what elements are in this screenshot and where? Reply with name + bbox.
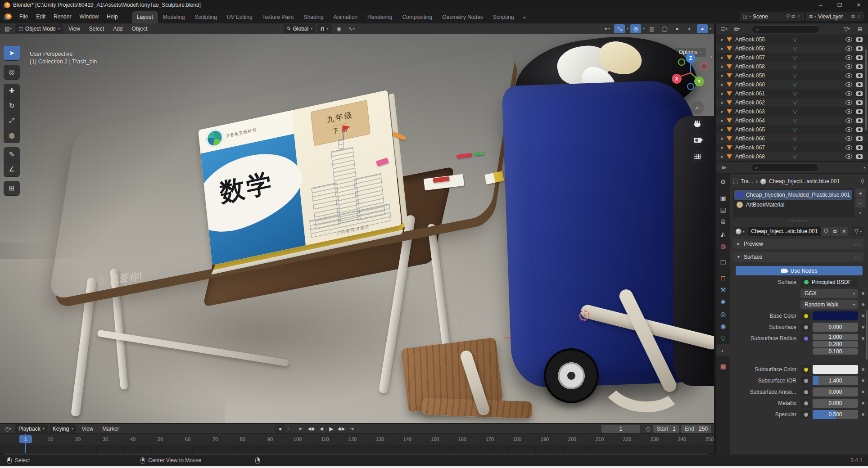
mesh-object-icon[interactable] bbox=[727, 37, 732, 42]
disable-render-icon[interactable] bbox=[856, 145, 863, 150]
snap-dropdown[interactable]: U ▾ bbox=[317, 24, 332, 33]
viewport-canvas[interactable]: ♡ 我爱你! 九年级 下册 bbox=[0, 34, 714, 423]
hide-eye-icon[interactable] bbox=[845, 127, 852, 132]
outliner-item-label[interactable]: ArtBook.068 bbox=[735, 153, 793, 160]
gizmo-neg-x[interactable] bbox=[701, 63, 708, 70]
xray-toggle[interactable]: ▥ bbox=[646, 24, 657, 33]
pan-hand-icon[interactable] bbox=[691, 117, 704, 130]
playback-menu[interactable]: Playback▾ bbox=[15, 424, 48, 433]
timeline-track-area[interactable] bbox=[0, 446, 714, 453]
disable-render-icon[interactable] bbox=[856, 100, 863, 105]
mesh-data-icon[interactable]: ▽ bbox=[793, 135, 802, 142]
properties-options-icon[interactable]: ▾ bbox=[863, 166, 865, 170]
outliner-row[interactable]: ► ArtBook.067 ▽ bbox=[716, 143, 868, 152]
hide-eye-icon[interactable] bbox=[845, 37, 852, 42]
outliner-filter-button[interactable]: ▽ ▾ bbox=[841, 25, 852, 34]
outliner-item-label[interactable]: ArtBook.067 bbox=[735, 144, 793, 151]
subsurface-color-swatch[interactable] bbox=[813, 365, 858, 374]
outliner-row[interactable]: ► ArtBook.058 ▽ bbox=[716, 62, 868, 71]
tab-sculpting[interactable]: Sculpting bbox=[190, 11, 222, 23]
mesh-object-icon[interactable] bbox=[727, 100, 732, 105]
disable-render-icon[interactable] bbox=[856, 73, 863, 78]
mode-dropdown[interactable]: ◻ Object Mode ▾ bbox=[15, 24, 63, 33]
new-scene-icon[interactable]: ⧉ bbox=[791, 14, 795, 19]
tool-rotate[interactable]: ↻ bbox=[4, 99, 20, 113]
hide-eye-icon[interactable] bbox=[845, 118, 852, 123]
properties-search-input[interactable]: ⌕ bbox=[751, 163, 818, 171]
mesh-object-icon[interactable] bbox=[727, 46, 732, 51]
sidebar-collapse-icon[interactable]: ‹ bbox=[710, 53, 712, 60]
menu-window[interactable]: Window bbox=[75, 12, 103, 22]
tool-select-box[interactable]: ➤ bbox=[4, 46, 20, 61]
disable-render-icon[interactable] bbox=[856, 64, 863, 69]
animate-dot-icon[interactable] bbox=[862, 379, 864, 382]
mesh-data-icon[interactable]: ▽ bbox=[793, 90, 802, 97]
tab-compositing[interactable]: Compositing bbox=[397, 11, 437, 23]
shading-dropdown-icon[interactable]: ▾ bbox=[710, 27, 711, 31]
timeline-editor-type-button[interactable]: ◷ ▾ bbox=[3, 424, 14, 433]
expand-icon[interactable]: ► bbox=[720, 127, 727, 132]
mesh-object-icon[interactable] bbox=[727, 127, 732, 132]
mesh-object-icon[interactable] bbox=[727, 145, 732, 150]
properties-tab-object-data[interactable]: ▽ bbox=[716, 332, 730, 344]
outliner-row[interactable]: ► ArtBook.063 ▽ bbox=[716, 107, 868, 116]
properties-tab-physics[interactable]: ◎ bbox=[716, 308, 730, 320]
tab-shading[interactable]: Shading bbox=[299, 11, 329, 23]
socket-chip[interactable] bbox=[800, 323, 811, 332]
expand-icon[interactable]: ► bbox=[720, 37, 727, 42]
tab-layout[interactable]: Layout bbox=[132, 11, 158, 23]
drag-dots-icon[interactable]: :::: bbox=[853, 242, 861, 247]
outliner-row[interactable]: ► ArtBook.061 ▽ bbox=[716, 89, 868, 98]
metallic-field[interactable]: 0.000 bbox=[813, 399, 858, 408]
outliner-item-label[interactable]: ArtBook.059 bbox=[735, 72, 793, 79]
mesh-data-icon[interactable]: ▽ bbox=[793, 36, 802, 43]
tab-texture-paint[interactable]: Texture Paint bbox=[258, 11, 299, 23]
hide-eye-icon[interactable] bbox=[845, 91, 852, 96]
gizmo-neg-z[interactable] bbox=[687, 83, 694, 90]
disable-render-icon[interactable] bbox=[856, 118, 863, 123]
disable-render-icon[interactable] bbox=[856, 82, 863, 87]
expand-icon[interactable]: ► bbox=[720, 55, 727, 60]
menu-edit[interactable]: Edit bbox=[32, 12, 50, 22]
hide-eye-icon[interactable] bbox=[845, 82, 852, 87]
tool-annotate[interactable]: ✎ bbox=[4, 147, 20, 162]
menu-view[interactable]: View bbox=[65, 24, 84, 33]
animate-dot-icon[interactable] bbox=[862, 326, 864, 328]
maximize-button[interactable]: ❐ bbox=[830, 0, 849, 10]
mesh-data-icon[interactable]: ▽ bbox=[793, 117, 802, 124]
shading-wireframe-button[interactable]: ◯ bbox=[659, 24, 670, 33]
tool-move[interactable]: ✚ bbox=[4, 84, 20, 99]
socket-chip[interactable] bbox=[800, 365, 811, 374]
fake-user-shield-icon[interactable]: ⛉ bbox=[822, 227, 830, 236]
outliner-row[interactable]: ► ArtBook.062 ▽ bbox=[716, 98, 868, 107]
mesh-object-icon[interactable] bbox=[727, 136, 732, 141]
gizmo-x-axis[interactable]: X bbox=[672, 74, 682, 84]
proportional-edit-icon[interactable]: ◉ bbox=[334, 24, 344, 33]
outliner-search-input[interactable]: ⌕ bbox=[752, 25, 819, 33]
hide-eye-icon[interactable] bbox=[845, 64, 852, 69]
expand-icon[interactable]: ► bbox=[720, 82, 727, 87]
current-frame-field[interactable]: 1 bbox=[601, 425, 640, 433]
breadcrumb-material[interactable]: Cheap_Injecti...astic.blue.001 bbox=[769, 178, 840, 184]
drag-dots-icon[interactable]: :::: bbox=[853, 255, 861, 260]
add-workspace-button[interactable]: + bbox=[519, 12, 530, 23]
properties-tab-world[interactable]: ◍ bbox=[716, 240, 730, 252]
animate-dot-icon[interactable] bbox=[862, 337, 864, 340]
subsurface-aniso-field[interactable]: 0.000 bbox=[813, 387, 858, 396]
expand-icon[interactable]: ► bbox=[720, 136, 727, 141]
disable-render-icon[interactable] bbox=[856, 136, 863, 141]
outliner-item-label[interactable]: ArtBook.056 bbox=[735, 45, 793, 52]
proportional-falloff-icon[interactable]: ∿ ▾ bbox=[346, 24, 357, 33]
disable-render-icon[interactable] bbox=[856, 91, 863, 96]
outliner-item-label[interactable]: ArtBook.058 bbox=[735, 63, 793, 70]
outliner-row[interactable]: ► ArtBook.057 ▽ bbox=[716, 53, 868, 62]
play-reverse-button[interactable]: ◀ bbox=[317, 425, 326, 433]
use-nodes-button[interactable]: Use Nodes bbox=[736, 266, 863, 275]
expand-icon[interactable]: ► bbox=[720, 145, 727, 150]
timeline-view-menu[interactable]: View bbox=[78, 424, 97, 433]
overlays-toggle[interactable]: ◎ bbox=[630, 24, 641, 33]
disable-render-icon[interactable] bbox=[856, 37, 863, 42]
expand-icon[interactable]: ► bbox=[720, 118, 727, 123]
outliner-row[interactable]: ► ArtBook.064 ▽ bbox=[716, 116, 868, 125]
transform-orientation-dropdown[interactable]: ⇅ Global ▾ bbox=[283, 24, 316, 33]
